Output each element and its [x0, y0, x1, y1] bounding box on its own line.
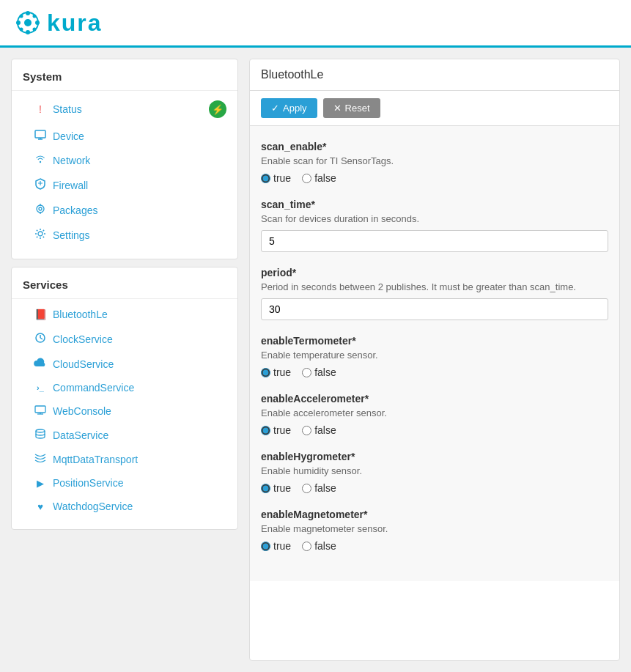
svg-point-15 — [39, 207, 42, 210]
reset-x-icon: ✕ — [333, 103, 342, 114]
scan-time-input[interactable] — [261, 230, 608, 252]
settings-icon — [34, 228, 47, 242]
webconsole-icon — [34, 405, 47, 417]
svg-rect-10 — [35, 130, 45, 138]
sidebar-item-network[interactable]: Network — [12, 148, 237, 172]
apply-button[interactable]: ✓ Apply — [261, 98, 317, 118]
field-name-enable-magnetometer: enableMagnetometer* — [261, 509, 608, 520]
svg-point-3 — [26, 30, 30, 34]
toolbar: ✓ Apply ✕ Reset — [250, 91, 619, 126]
field-desc-enable-termometer: Enable temperature sensor. — [261, 350, 608, 361]
services-section-title: Services — [12, 278, 237, 299]
radio-accelerometer-false[interactable]: false — [302, 424, 336, 436]
radio-hygrometer-false[interactable]: false — [302, 482, 336, 494]
field-enable-accelerometer: enableAccelerometer* Enable acceleromete… — [261, 393, 608, 436]
network-icon — [34, 154, 47, 166]
radio-group-scan-enable: true false — [261, 172, 608, 184]
sidebar-item-label: MqttDataTransport — [53, 454, 138, 465]
services-section: Services 📕 BluetoothLe ClockService — [11, 267, 238, 530]
svg-point-4 — [16, 21, 21, 25]
sidebar-item-label: PositionService — [53, 477, 124, 489]
sidebar-item-commandservice[interactable]: ›_ CommandService — [12, 376, 237, 399]
apply-label: Apply — [283, 103, 307, 114]
radio-group-enable-hygrometer: true false — [261, 482, 608, 494]
radio-scan-enable-false[interactable]: false — [302, 172, 336, 184]
main-layout: System ! Status ⚡ Device — [0, 48, 631, 672]
radio-termometer-false[interactable]: false — [302, 366, 336, 378]
svg-point-9 — [20, 28, 23, 32]
field-desc-enable-magnetometer: Enable magnetometer sensor. — [261, 523, 608, 534]
content-area: BluetoothLe ✓ Apply ✕ Reset scan_enable*… — [249, 59, 620, 661]
sidebar-item-firewall[interactable]: Firewall — [12, 172, 237, 198]
svg-rect-22 — [35, 406, 45, 413]
sidebar-item-status[interactable]: ! Status ⚡ — [12, 95, 237, 124]
logo-icon — [15, 10, 41, 36]
sidebar-item-label: Firewall — [53, 180, 88, 191]
bluetoothle-icon: 📕 — [34, 309, 47, 320]
field-name-scan-time: scan_time* — [261, 199, 608, 210]
app-header: kura — [0, 0, 631, 48]
sidebar-item-mqttdatatransport[interactable]: MqttDataTransport — [12, 447, 237, 471]
field-desc-enable-hygrometer: Enable humidity sensor. — [261, 465, 608, 476]
reset-button[interactable]: ✕ Reset — [323, 98, 380, 118]
field-name-enable-accelerometer: enableAccelerometer* — [261, 393, 608, 405]
svg-point-1 — [24, 19, 32, 26]
sidebar-item-watchdogservice[interactable]: ♥ WatchdogService — [12, 495, 237, 518]
field-name-enable-hygrometer: enableHygrometer* — [261, 451, 608, 462]
sidebar-item-label: Settings — [53, 229, 90, 241]
radio-magnetometer-true[interactable]: true — [261, 540, 291, 552]
svg-point-6 — [20, 15, 23, 18]
field-desc-enable-accelerometer: Enable accelerometer sensor. — [261, 407, 608, 418]
radio-magnetometer-false[interactable]: false — [302, 540, 336, 552]
radio-termometer-true[interactable]: true — [261, 366, 291, 378]
sidebar-item-bluetoothle[interactable]: 📕 BluetoothLe — [12, 303, 237, 326]
apply-checkmark-icon: ✓ — [271, 103, 279, 114]
field-name-enable-termometer: enableTermometer* — [261, 335, 608, 347]
sidebar-item-device[interactable]: Device — [12, 124, 237, 148]
logo-text: kura — [47, 10, 103, 37]
sidebar-item-settings[interactable]: Settings — [12, 222, 237, 248]
field-enable-termometer: enableTermometer* Enable temperature sen… — [261, 335, 608, 378]
svg-point-14 — [37, 205, 44, 213]
clockservice-icon — [34, 332, 47, 346]
positionservice-icon: ▶ — [34, 478, 47, 489]
sidebar-item-label: CommandService — [53, 382, 134, 394]
system-section-title: System — [12, 70, 237, 91]
radio-scan-enable-true[interactable]: true — [261, 172, 291, 184]
commandservice-icon: ›_ — [34, 383, 47, 392]
radio-hygrometer-true[interactable]: true — [261, 482, 291, 494]
sidebar-item-positionservice[interactable]: ▶ PositionService — [12, 471, 237, 495]
period-input[interactable] — [261, 298, 608, 320]
svg-point-13 — [40, 161, 41, 163]
sidebar-item-label: Network — [53, 155, 90, 166]
field-period: period* Period in seconds between 2 publ… — [261, 267, 608, 320]
sidebar-item-cloudservice[interactable]: CloudService — [12, 352, 237, 376]
field-enable-magnetometer: enableMagnetometer* Enable magnetometer … — [261, 509, 608, 552]
sidebar-item-label: Status — [53, 103, 82, 115]
sidebar-item-label: WebConsole — [53, 405, 111, 417]
svg-point-7 — [33, 28, 37, 32]
svg-point-8 — [33, 15, 37, 18]
field-desc-scan-time: Scan for devices duration in seconds. — [261, 213, 608, 224]
field-enable-hygrometer: enableHygrometer* Enable humidity sensor… — [261, 451, 608, 494]
field-name-scan-enable: scan_enable* — [261, 141, 608, 152]
sidebar: System ! Status ⚡ Device — [11, 59, 238, 661]
sidebar-item-label: CloudService — [53, 358, 114, 370]
sidebar-item-label: ClockService — [53, 333, 113, 345]
radio-accelerometer-true[interactable]: true — [261, 424, 291, 436]
field-scan-enable: scan_enable* Enable scan for TI SensorTa… — [261, 141, 608, 184]
sidebar-item-webconsole[interactable]: WebConsole — [12, 399, 237, 423]
radio-group-enable-magnetometer: true false — [261, 540, 608, 552]
packages-icon — [34, 204, 47, 216]
svg-point-25 — [36, 429, 45, 432]
system-section: System ! Status ⚡ Device — [11, 59, 238, 259]
sidebar-item-label: Packages — [53, 204, 97, 216]
svg-point-5 — [35, 21, 40, 25]
sidebar-item-packages[interactable]: Packages — [12, 198, 237, 222]
device-icon — [34, 130, 47, 142]
sidebar-item-dataservice[interactable]: DataService — [12, 423, 237, 447]
field-desc-scan-enable: Enable scan for TI SensorTags. — [261, 155, 608, 166]
svg-point-18 — [38, 232, 43, 236]
sidebar-item-label: DataService — [53, 429, 108, 441]
sidebar-item-clockservice[interactable]: ClockService — [12, 326, 237, 352]
